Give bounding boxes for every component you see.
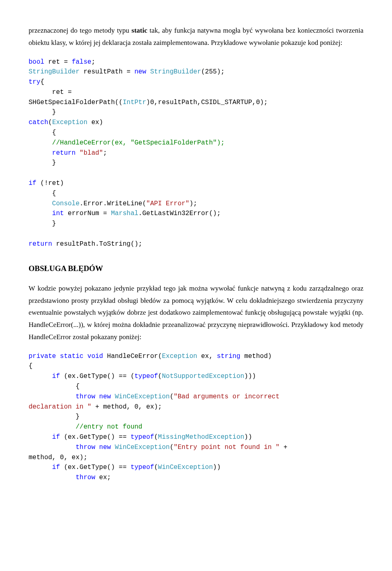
code-token: return: [52, 149, 76, 157]
code-token: ret =: [44, 58, 71, 66]
code-token: (ex.GetType() == (: [60, 373, 134, 380]
code-token: static: [60, 353, 84, 360]
code-token: )): [213, 464, 220, 471]
code-token: //HandleCeError(ex, "GetSpecialFolderPat…: [29, 139, 225, 147]
code-token: (: [170, 393, 174, 400]
code-token: }: [29, 413, 80, 420]
code-token: Exception: [162, 353, 197, 360]
code-token: (255);: [201, 68, 225, 76]
code-token: "blad": [80, 149, 103, 157]
code-token: StringBuilder: [29, 68, 80, 76]
code-token: Console: [52, 200, 80, 207]
code-token: NotSupportedException: [162, 373, 244, 380]
code-token: Marshal: [111, 210, 138, 217]
code-token: WinCeException: [115, 444, 169, 451]
code-token: {: [29, 129, 56, 136]
code-token: }: [29, 109, 56, 116]
code-token: [56, 353, 60, 360]
code-token: (ex.GetType() ==: [60, 464, 131, 471]
code-token: }: [29, 159, 56, 167]
code-token: Exception: [52, 119, 87, 126]
code-token: StringBuilder: [150, 68, 201, 76]
code-token: resultPath =: [80, 68, 134, 76]
code-token: if: [52, 464, 60, 471]
code-token: [29, 373, 52, 380]
code-token: typeof: [134, 373, 158, 380]
code-token: catch: [29, 119, 48, 126]
code-token: HandleCeError(: [103, 353, 162, 360]
code-token: .Error.WriteLine(: [80, 200, 146, 207]
code-token: {: [29, 362, 33, 370]
code-token: [29, 464, 52, 471]
section-title: OBSŁUGA BŁĘDÓW: [29, 262, 363, 275]
code-token: ex,: [197, 353, 217, 360]
code-token: )): [244, 433, 252, 441]
code-token: WinCeException: [115, 393, 169, 400]
code-token: {: [29, 190, 56, 197]
code-token: }: [29, 220, 56, 227]
code-token: errorNum =: [64, 210, 111, 217]
paragraph-2: W kodzie powyżej pokazano jedynie przykł…: [29, 282, 363, 343]
code-token: {: [29, 383, 80, 390]
code-token: try: [29, 78, 40, 86]
code-token: IntPtr: [122, 99, 146, 106]
para1-bold: static: [131, 27, 147, 34]
code-token: ret =: [29, 89, 72, 96]
code-token: if: [29, 180, 36, 187]
code-token: [95, 444, 99, 451]
code-token: [29, 393, 76, 400]
code-token: method, 0, ex);: [29, 454, 87, 461]
para1-pre: przeznaczonej do tego metody typu: [29, 27, 131, 34]
code-token: void: [87, 353, 103, 360]
code-token: "API Error": [146, 200, 189, 207]
code-token: int: [52, 210, 64, 217]
code-token: typeof: [131, 464, 154, 471]
code-token: (ex.GetType() ==: [60, 433, 131, 441]
code-token: MissingMethodException: [158, 433, 244, 441]
code-token: if: [52, 433, 60, 441]
code-token: )0,resultPath,CSIDL_STARTUP,0);: [146, 99, 268, 106]
code-token: "Bad arguments or incorrect: [174, 393, 279, 400]
code-token: new: [99, 393, 111, 400]
code-token: ex): [87, 119, 103, 126]
code-token: "Entry point not found in ": [174, 444, 279, 451]
code-token: (: [48, 119, 52, 126]
code-token: [95, 393, 99, 400]
code-token: new: [99, 444, 111, 451]
code-token: (: [154, 464, 158, 471]
code-token: +: [280, 444, 287, 451]
code-token: {: [40, 78, 45, 86]
code-token: string: [217, 353, 241, 360]
code-token: ;: [91, 58, 96, 66]
code-block-2: private static void HandleCeError(Except…: [29, 351, 363, 483]
code-token: throw: [76, 474, 95, 481]
code-token: [29, 149, 52, 157]
code-token: WinCeException: [158, 464, 213, 471]
code-token: [146, 68, 150, 76]
code-token: SHGetSpecialFolderPath((: [29, 99, 122, 106]
code-token: new: [134, 68, 146, 76]
paragraph-1: przeznaczonej do tego metody typu static…: [29, 24, 363, 49]
code-token: [29, 474, 76, 481]
code-token: resultPath.ToString();: [52, 240, 143, 248]
code-token: .GetLastWin32Error();: [138, 210, 221, 217]
code-token: [29, 433, 52, 441]
code-token: ex;: [95, 474, 111, 481]
code-token: if: [52, 373, 60, 380]
code-token: );: [189, 200, 197, 207]
code-token: [111, 444, 115, 451]
code-token: (: [154, 433, 158, 441]
code-token: [29, 210, 52, 217]
code-token: + method, 0, ex);: [91, 403, 162, 411]
code-token: typeof: [131, 433, 154, 441]
code-token: bool: [29, 58, 44, 66]
code-token: ;: [103, 149, 107, 157]
code-token: private: [29, 353, 56, 360]
code-token: (: [170, 444, 174, 451]
code-token: throw: [76, 393, 95, 400]
code-token: [111, 393, 115, 400]
code-token: [29, 444, 76, 451]
code-token: declaration in ": [29, 403, 91, 411]
code-token: false: [72, 58, 91, 66]
code-token: [83, 353, 87, 360]
